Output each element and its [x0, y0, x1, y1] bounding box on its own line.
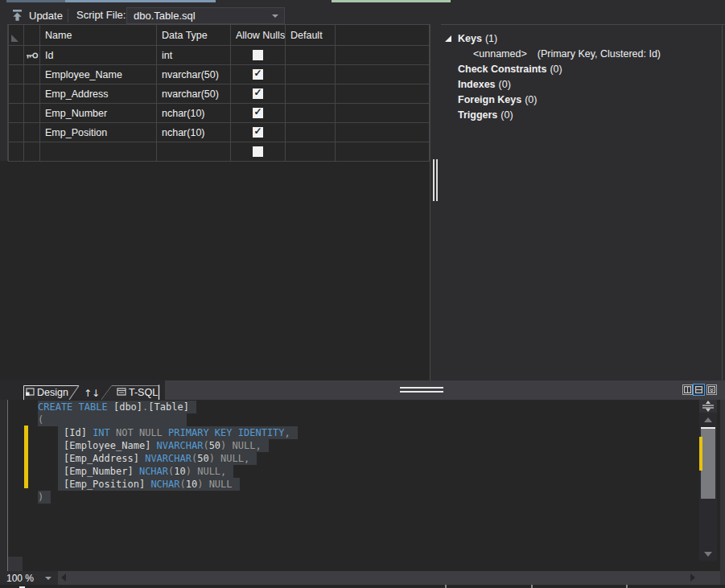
- table-properties-panel: Keys(1)<unnamed>(Primary Key, Clustered:…: [441, 24, 725, 380]
- allow-nulls-checkbox[interactable]: ✓: [253, 127, 263, 138]
- grid-header-filler: [336, 25, 430, 46]
- code-token: NULL,: [215, 453, 249, 464]
- data-type-cell[interactable]: nchar(10): [157, 123, 231, 142]
- tree-item--unnamed-[interactable]: <unnamed>(Primary Key, Clustered: Id): [441, 47, 715, 62]
- tree-item-indexes[interactable]: Indexes(0): [441, 77, 715, 93]
- code-token: NULL,: [192, 466, 226, 477]
- horizontal-splitter-grip[interactable]: [400, 387, 443, 393]
- default-cell[interactable]: [286, 123, 336, 142]
- data-type-cell[interactable]: nvarchar(50): [157, 65, 231, 84]
- allow-nulls-cell: ✓: [231, 123, 286, 142]
- tree-item-keys[interactable]: Keys(1): [441, 31, 715, 47]
- row-icon-cell: [24, 84, 40, 104]
- column-name-cell[interactable]: Id: [40, 46, 157, 65]
- default-cell[interactable]: [286, 65, 336, 84]
- grid-header-cell: [24, 25, 40, 46]
- scroll-up-arrow-icon[interactable]: [704, 417, 712, 422]
- code-highlight: [Emp_Number] NCHAR(10) NULL,: [58, 465, 233, 478]
- chevron-down-icon: [272, 14, 278, 18]
- filler-cell: [336, 65, 430, 84]
- column-name-cell[interactable]: Emp_Position: [40, 123, 157, 142]
- tree-item-foreign-keys[interactable]: Foreign Keys(0): [441, 93, 715, 108]
- code-token: 50: [209, 440, 220, 451]
- code-token: CREATE TABLE: [38, 401, 108, 413]
- grid-corner-cell[interactable]: [9, 25, 24, 46]
- grid-header-allow-nulls: Allow Nulls: [231, 25, 286, 46]
- tab-design[interactable]: Design: [24, 386, 80, 401]
- panel-right-border: [722, 25, 723, 381]
- allow-nulls-checkbox[interactable]: [253, 146, 263, 157]
- tree-item-check-constraints[interactable]: Check Constraints(0): [441, 62, 715, 77]
- default-cell[interactable]: [286, 142, 336, 162]
- default-cell[interactable]: [286, 104, 336, 123]
- data-type-cell[interactable]: [157, 142, 231, 162]
- grid-header-default: Default: [286, 25, 336, 46]
- corner-triangle-icon: [11, 35, 19, 42]
- tab-tsql[interactable]: T-SQL: [101, 385, 159, 401]
- row-selector-cell[interactable]: [9, 104, 24, 123]
- code-token: NCHAR: [150, 479, 179, 490]
- collapse-pane-button[interactable]: [706, 384, 717, 395]
- row-selector-cell[interactable]: [9, 46, 24, 65]
- expanded-arrow-icon[interactable]: [445, 35, 451, 42]
- split-vertical-button[interactable]: [682, 384, 693, 395]
- allow-nulls-cell: [231, 46, 286, 65]
- grid-header-name: Name: [40, 25, 157, 46]
- code-token: PRIMARY KEY IDENTITY: [168, 427, 285, 438]
- row-selector-cell[interactable]: [9, 65, 24, 84]
- editor-vscrollbar-thumb[interactable]: [701, 429, 715, 499]
- tsql-code-editor[interactable]: CREATE TABLE [dbo].[Table]([Id] INT NOT …: [8, 400, 720, 571]
- allow-nulls-checkbox[interactable]: [253, 50, 263, 60]
- script-file-dropdown[interactable]: dbo.Table.sql: [126, 7, 285, 24]
- row-selector-cell[interactable]: [9, 123, 24, 142]
- default-cell[interactable]: [286, 84, 336, 104]
- tree-item-count: (0): [525, 94, 537, 105]
- scroll-down-arrow-icon[interactable]: [704, 552, 712, 557]
- sql-code: CREATE TABLE [dbo].[Table]([Id] INT NOT …: [38, 401, 298, 504]
- editor-split-handle[interactable]: [699, 400, 717, 413]
- row-selector-cell[interactable]: [9, 84, 24, 104]
- code-token: [Table]: [148, 401, 189, 413]
- code-highlight: CREATE TABLE [dbo].[Table]: [38, 401, 196, 413]
- column-name-cell[interactable]: Emp_Address: [40, 84, 157, 104]
- split-horizontal-button[interactable]: [693, 384, 705, 396]
- table-row: [9, 142, 430, 162]
- data-type-cell[interactable]: nchar(10): [157, 104, 231, 123]
- columns-grid-pane: NameData TypeAllow NullsDefaultIdintEmpl…: [0, 24, 430, 380]
- row-icon-cell: [24, 142, 40, 162]
- row-selector-cell[interactable]: [9, 142, 24, 162]
- allow-nulls-checkbox[interactable]: ✓: [253, 108, 263, 118]
- filler-cell: [336, 46, 430, 65]
- editor-margin-corner: [8, 557, 23, 571]
- code-line-8: ): [38, 491, 298, 504]
- allow-nulls-checkbox[interactable]: ✓: [253, 88, 263, 99]
- code-line-1: CREATE TABLE [dbo].[Table]: [38, 401, 298, 413]
- script-file-value: dbo.Table.sql: [127, 10, 196, 22]
- data-type-cell[interactable]: int: [157, 46, 231, 65]
- tree-item-triggers[interactable]: Triggers(0): [441, 108, 715, 123]
- allow-nulls-cell: [231, 142, 286, 162]
- column-name-cell[interactable]: Employee_Name: [40, 65, 157, 84]
- scroll-right-arrow-icon[interactable]: [690, 574, 695, 582]
- column-name-cell[interactable]: [40, 142, 157, 162]
- scroll-left-arrow-icon[interactable]: [61, 574, 66, 582]
- tree-item-label: Keys: [458, 33, 482, 44]
- split-handle-icon: [702, 401, 715, 412]
- code-token: (: [38, 414, 43, 426]
- script-file-label: Script File:: [76, 9, 126, 21]
- default-cell[interactable]: [286, 46, 336, 65]
- update-button[interactable]: Update: [8, 6, 66, 24]
- vertical-splitter-grip: [433, 159, 435, 201]
- allow-nulls-checkbox[interactable]: ✓: [253, 69, 263, 80]
- vertical-splitter-grip: [436, 159, 438, 201]
- data-type-cell[interactable]: nvarchar(50): [157, 84, 231, 104]
- code-line-6: [Emp_Number] NCHAR(10) NULL,: [38, 465, 298, 478]
- column-name-cell[interactable]: Emp_Number: [40, 104, 157, 123]
- code-token: ): [209, 453, 215, 464]
- zoom-level-dropdown[interactable]: 100 %: [0, 571, 58, 585]
- editor-hscrollbar-track[interactable]: [58, 571, 720, 585]
- toolbar-separator: [68, 9, 68, 23]
- code-line-7: [Emp_Position] NCHAR(10) NULL: [38, 478, 298, 491]
- upload-arrow-icon: [11, 9, 23, 22]
- code-token: NCHAR: [139, 466, 168, 477]
